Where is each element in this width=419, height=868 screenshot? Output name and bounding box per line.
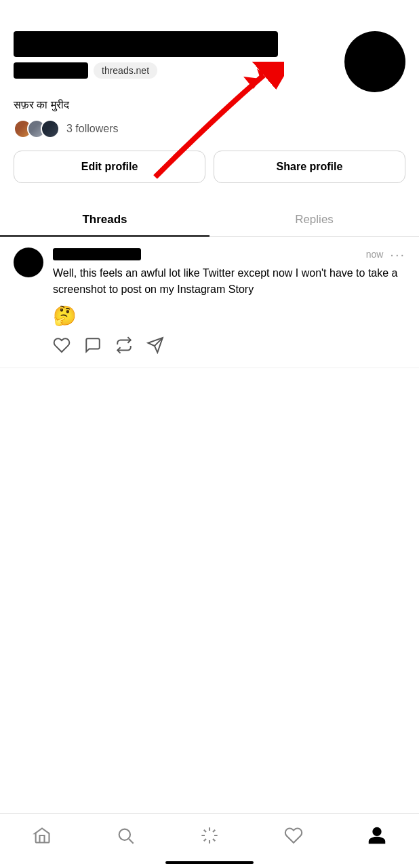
profile-avatar: [344, 31, 405, 92]
nav-home[interactable]: [25, 822, 59, 849]
profile-name-block: threads.net: [14, 31, 336, 79]
top-bar: [0, 0, 419, 31]
post-actions: [53, 336, 405, 357]
thread-post: now ··· Well, this feels an awful lot li…: [0, 237, 419, 368]
profile-name-bar: [14, 31, 278, 57]
like-button[interactable]: [53, 336, 71, 357]
post-header: now ···: [53, 248, 405, 261]
nav-profile[interactable]: [360, 822, 394, 849]
follower-avatar-3: [41, 119, 60, 138]
action-buttons: Edit profile Share profile: [14, 151, 405, 183]
profile-header: threads.net: [14, 31, 405, 92]
threads-badge: threads.net: [94, 62, 157, 79]
tab-replies[interactable]: Replies: [210, 203, 419, 236]
tabs: Threads Replies: [0, 203, 419, 237]
follower-avatars: [14, 119, 60, 138]
content-area: now ··· Well, this feels an awful lot li…: [0, 237, 419, 436]
bottom-nav: [0, 813, 419, 868]
share-profile-button[interactable]: Share profile: [214, 151, 405, 183]
post-content: now ··· Well, this feels an awful lot li…: [53, 248, 405, 357]
send-button[interactable]: [146, 336, 164, 357]
nav-search[interactable]: [108, 822, 142, 849]
svg-line-15: [129, 839, 134, 843]
profile-handle-row: threads.net: [14, 62, 336, 79]
comment-button[interactable]: [84, 336, 102, 357]
svg-point-14: [119, 829, 130, 840]
post-emoji: 🤔: [53, 304, 405, 327]
post-more-button[interactable]: ···: [390, 248, 405, 261]
profile-bio: सफ़र का मुरीद: [14, 99, 405, 111]
handle-dark-bar: [14, 62, 88, 79]
post-user-avatar[interactable]: [14, 248, 43, 277]
followers-row[interactable]: 3 followers: [14, 119, 405, 138]
home-indicator: [165, 861, 254, 864]
post-time: now: [366, 249, 384, 260]
post-username-bar: [53, 248, 141, 260]
post-meta: now ···: [366, 248, 405, 261]
tab-threads[interactable]: Threads: [0, 203, 210, 236]
nav-likes[interactable]: [277, 822, 311, 849]
edit-profile-button[interactable]: Edit profile: [14, 151, 205, 183]
post-text: Well, this feels an awful lot like Twitt…: [53, 265, 405, 298]
nav-activity[interactable]: [193, 822, 226, 849]
profile-section: threads.net सफ़र का मुरीद 3 followers Ed…: [0, 31, 419, 194]
followers-count: 3 followers: [66, 123, 118, 135]
repost-button[interactable]: [115, 336, 133, 357]
